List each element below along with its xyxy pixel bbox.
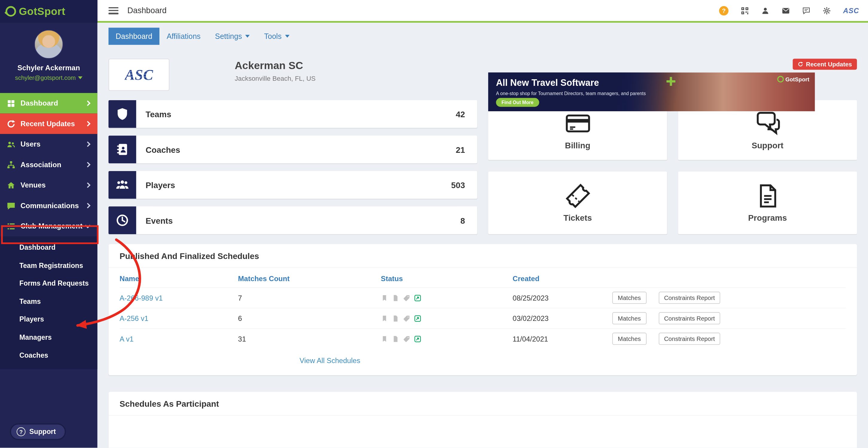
constraints-report-button[interactable]: Constraints Report <box>659 292 720 304</box>
user-icon[interactable] <box>761 6 770 15</box>
sidebar-item-label: Venues <box>20 181 45 189</box>
qr-code-icon[interactable] <box>741 6 749 15</box>
created-date: 03/02/2023 <box>513 314 612 322</box>
banner-cta-button[interactable]: Find Out More <box>496 98 539 107</box>
col-matches: Matches Count <box>238 275 381 283</box>
stat-row-teams[interactable]: Teams 42 <box>108 100 477 128</box>
help-icon[interactable] <box>719 6 728 15</box>
dashboard-grid: Teams 42 Coaches 21 Players 503 <box>108 100 857 234</box>
stat-row-events[interactable]: Events 8 <box>108 206 477 234</box>
profile-email: schyler@gotsport.com <box>15 74 76 81</box>
submenu-item-coaches[interactable]: Coaches <box>0 347 97 364</box>
matches-button[interactable]: Matches <box>612 312 646 324</box>
club-location: Jacksonville Beach, FL, US <box>235 75 315 83</box>
profile-email-menu[interactable]: schyler@gotsport.com <box>15 74 82 81</box>
submenu-item-label: Team Registrations <box>20 262 83 269</box>
matches-button[interactable]: Matches <box>612 332 646 345</box>
book-icon <box>108 135 136 163</box>
table-row: A v1 31 11/04/2021 Matches Constraints R… <box>120 328 846 349</box>
brand-logo[interactable]: GotSport <box>0 0 97 23</box>
brand-logo-text: GotSport <box>19 5 65 18</box>
sidebar-item-label: Communications <box>20 201 79 210</box>
chat-icon <box>7 201 16 210</box>
tab-dashboard[interactable]: Dashboard <box>108 28 159 45</box>
file-icon <box>392 294 399 301</box>
chevron-down-icon <box>85 223 90 228</box>
sidebar-item-venues[interactable]: Venues <box>0 175 97 195</box>
quick-card-programs[interactable]: Programs <box>678 172 857 234</box>
page-title: Dashboard <box>127 6 166 15</box>
published-icon <box>414 335 421 343</box>
clock-icon <box>108 206 136 234</box>
submenu-item-players[interactable]: Players <box>0 311 97 328</box>
submenu-item-team-registrations[interactable]: Team Registrations <box>0 257 97 275</box>
club-name: Ackerman SC <box>235 60 315 72</box>
submenu-item-forms-and-requests[interactable]: Forms And Requests <box>0 275 97 292</box>
tab-settings[interactable]: Settings <box>208 28 257 45</box>
club-logo-text: ASC <box>125 66 153 83</box>
chevron-right-icon <box>85 183 90 188</box>
promo-area: Recent Updates All New Travel Software A… <box>488 59 857 91</box>
status-cell <box>381 335 513 343</box>
mail-icon[interactable] <box>781 6 790 15</box>
stat-label: Players <box>146 180 175 189</box>
messages-icon[interactable] <box>802 6 811 15</box>
stats-list: Teams 42 Coaches 21 Players 503 <box>108 100 477 234</box>
caret-down-icon <box>285 35 289 38</box>
tab-tools[interactable]: Tools <box>257 28 297 45</box>
schedule-link[interactable]: A v1 <box>120 335 134 343</box>
chevron-right-icon <box>85 141 90 147</box>
view-all-schedules-link[interactable]: View All Schedules <box>300 356 361 365</box>
schedule-link[interactable]: A-266-989 v1 <box>120 294 163 302</box>
submenu-item-dashboard[interactable]: Dashboard <box>0 239 97 257</box>
submenu-item-teams[interactable]: Teams <box>0 292 97 311</box>
content: Dashboard Affiliations Settings Tools AS… <box>97 23 868 448</box>
tab-affiliations[interactable]: Affiliations <box>159 28 208 45</box>
submenu-item-label: Forms And Requests <box>20 280 89 287</box>
stat-row-players[interactable]: Players 503 <box>108 171 477 199</box>
shield-icon <box>108 100 136 128</box>
constraints-report-button[interactable]: Constraints Report <box>659 332 720 345</box>
sidebar-item-label: Users <box>20 140 40 148</box>
main-area: Dashboard ASC Dashboard Affiliations Set… <box>97 0 868 448</box>
col-name: Name <box>120 275 238 283</box>
org-abbr[interactable]: ASC <box>843 6 859 15</box>
sidebar-item-users[interactable]: Users <box>0 134 97 154</box>
stat-row-coaches[interactable]: Coaches 21 <box>108 135 477 163</box>
sidebar-item-dashboard[interactable]: Dashboard <box>0 93 97 113</box>
sidebar-item-communications[interactable]: Communications <box>0 195 97 216</box>
quick-card-label: Billing <box>565 140 590 150</box>
sidebar-item-club-management[interactable]: Club Management <box>0 216 97 236</box>
sidebar-item-recent-updates[interactable]: Recent Updates <box>0 113 97 134</box>
sidebar-item-association[interactable]: Association <box>0 154 97 175</box>
list-icon <box>7 222 16 231</box>
topbar: Dashboard ASC <box>97 0 868 23</box>
bookmark-icon <box>381 315 388 322</box>
quick-card-tickets[interactable]: Tickets <box>488 172 667 234</box>
submenu-item-managers[interactable]: Managers <box>0 328 97 346</box>
recent-updates-button[interactable]: Recent Updates <box>793 59 857 70</box>
plus-icon <box>666 77 675 86</box>
support-button[interactable]: Support <box>10 423 66 440</box>
created-date: 11/04/2021 <box>513 335 612 343</box>
table-header-row: Name Matches Count Status Created <box>120 268 846 287</box>
constraints-report-button[interactable]: Constraints Report <box>659 312 720 324</box>
ad-banner[interactable]: All New Travel Software A one-stop shop … <box>488 72 815 111</box>
avatar[interactable] <box>34 30 63 59</box>
stat-label: Coaches <box>146 145 180 154</box>
matches-button[interactable]: Matches <box>612 292 646 304</box>
schedule-link[interactable]: A-256 v1 <box>120 314 148 322</box>
club-identity: ASC Ackerman SC Jacksonville Beach, FL, … <box>108 59 315 91</box>
schedules-table: Name Matches Count Status Created A-266-… <box>108 268 857 375</box>
tab-label: Settings <box>215 32 242 40</box>
submenu-item-label: Players <box>20 316 44 323</box>
caret-down-icon <box>78 76 83 79</box>
caret-down-icon <box>245 35 250 38</box>
club-management-submenu: Dashboard Team Registrations Forms And R… <box>0 236 97 369</box>
sidebar-item-label: Club Management <box>20 222 82 230</box>
hamburger-menu-icon[interactable] <box>108 7 119 14</box>
stat-label: Teams <box>146 109 172 119</box>
gear-icon[interactable] <box>823 6 831 15</box>
file-icon <box>392 315 399 322</box>
matches-count: 31 <box>238 335 381 343</box>
